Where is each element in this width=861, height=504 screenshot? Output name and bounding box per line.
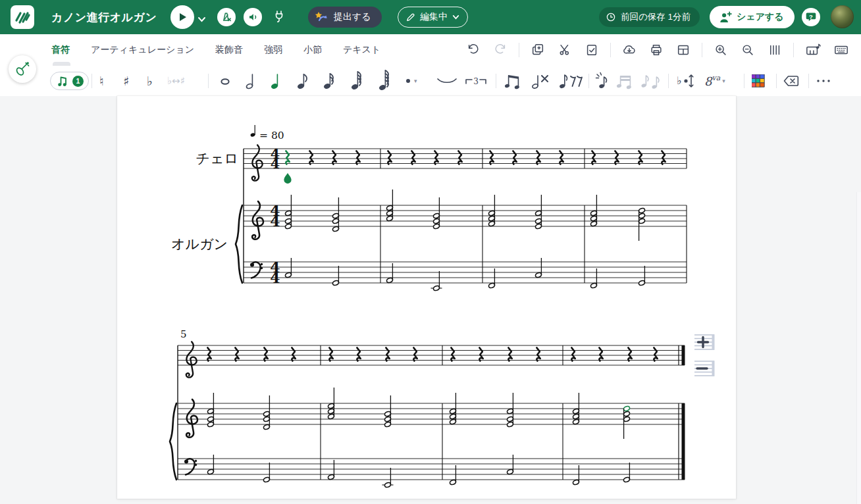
instrument-selector-button[interactable] [9,55,36,83]
playback-options-chevron-icon[interactable] [197,13,206,25]
tab-dynamics[interactable]: 強弱 [264,44,282,56]
tab-articulation[interactable]: アーティキュレーション [91,44,194,56]
note-input-toolbar: 1 ♮ ♯ ♭ ♭↔♯ ▾ 3 ♭ [0,66,861,97]
backspace-icon [783,74,800,88]
divider [208,74,209,88]
fit-width-button[interactable] [766,41,783,59]
divider [519,43,519,57]
sixtyfourth-note-button[interactable] [377,66,392,96]
paste-button[interactable] [583,41,600,59]
undo-button[interactable] [465,41,482,59]
svg-text:オルガン: オルガン [171,236,228,251]
tie-button[interactable] [436,66,457,96]
document-title[interactable]: カノン進行オルガン [51,0,157,34]
app-logo-icon[interactable] [11,5,34,29]
zoom-out-icon [741,43,755,57]
whole-note-button[interactable] [218,66,232,96]
playback-instruments-button[interactable] [804,41,822,59]
sixteenth-note-button[interactable] [322,66,336,96]
natural-button[interactable]: ♮ [99,66,104,96]
svg-text:5: 5 [180,328,187,340]
duplicate-button[interactable] [529,41,546,59]
flat-icon: ♭ [147,75,153,88]
score-scroll-area[interactable]: 444444チェロオルガン= 805 [0,96,861,504]
help-bubble-icon: ? [805,11,817,23]
pitch-shift-button[interactable]: ♭ [677,66,695,96]
score-page[interactable]: 444444チェロオルガン= 805 [117,96,736,499]
divider [744,74,744,88]
split-rests-button[interactable] [558,66,585,96]
beam-group-button[interactable] [615,66,635,96]
tab-measures[interactable]: 小節 [303,44,322,56]
download-button[interactable] [621,41,638,59]
more-options-button[interactable] [816,66,831,96]
natural-icon: ♮ [99,75,104,88]
remove-measure-button[interactable] [693,359,717,378]
octave-button[interactable]: 8 va ▾ [704,66,725,96]
color-palette-button[interactable] [752,66,765,96]
dot-button[interactable]: ▾ [404,66,417,96]
voice-selector[interactable]: 1 [50,72,89,90]
tab-text[interactable]: テキスト [343,44,380,56]
keyboard-icon [833,43,849,57]
sharp-button[interactable]: ♯ [123,66,129,96]
respell-button[interactable]: ♭↔♯ [167,66,185,96]
share-button[interactable]: シェアする [710,6,795,28]
cut-button[interactable] [556,41,573,59]
tab-ornaments[interactable]: 装飾音 [215,44,243,56]
layout-button[interactable] [675,41,692,59]
voices-icon [57,74,68,88]
redo-button[interactable] [492,41,509,59]
download-cloud-icon [622,43,637,57]
thirtysecond-note-button[interactable] [350,66,364,96]
user-avatar[interactable] [831,5,854,28]
tuplet-button[interactable]: 3 [465,66,487,96]
play-button[interactable] [170,5,194,29]
chevron-down-icon [452,14,459,20]
zoom-in-button[interactable] [712,41,729,59]
help-button[interactable]: ? [802,8,820,26]
tab-notes[interactable]: 音符 [51,44,70,56]
print-icon [649,43,664,57]
quarter-note-button[interactable] [269,66,282,96]
shortcuts-button[interactable] [832,41,850,59]
score-canvas[interactable]: 444444チェロオルガン= 805 [117,96,736,499]
flat-button[interactable]: ♭ [147,66,153,96]
quarter-note-icon [269,70,282,91]
beam-notes-button[interactable] [503,66,523,96]
submit-button[interactable]: 提出する [308,7,382,28]
edit-tabbar: 音符 アーティキュレーション 装飾音 強弱 小節 テキスト [0,34,861,66]
toggle-rest-button[interactable] [531,66,552,96]
flagged-notes-icon [640,71,664,91]
thirtysecond-note-icon [350,70,364,92]
half-note-icon [244,70,257,91]
grace-note-button[interactable] [594,66,612,96]
pitch-arrows-icon [683,73,695,89]
add-measure-button[interactable] [693,332,717,352]
pencil-icon [406,13,415,22]
midi-connect-button[interactable] [271,9,287,25]
respell-icon: ♭↔♯ [167,76,185,86]
zoom-out-button[interactable] [739,41,756,59]
backspace-button[interactable] [783,66,800,96]
svg-text:?: ? [809,13,813,20]
half-note-button[interactable] [244,66,257,96]
print-button[interactable] [648,41,665,59]
last-saved-status[interactable]: 前回の保存 1分前 [599,7,700,27]
unbeam-button[interactable] [640,66,664,96]
divider [808,74,809,88]
sixteenth-note-icon [322,70,336,91]
note-to-rest-icon [531,71,552,91]
undo-icon [466,43,481,57]
octave-caret-icon: ▾ [722,78,725,84]
speaker-icon [246,11,259,24]
eighth-note-button[interactable] [296,66,310,96]
volume-button[interactable] [244,8,262,26]
scrollbar[interactable] [856,192,861,504]
violin-icon [13,60,32,78]
dot-icon [404,77,412,85]
svg-text:4: 4 [270,269,280,286]
metronome-toggle-button[interactable] [217,8,236,26]
saved-label: 前回の保存 1分前 [621,11,691,23]
editing-status-button[interactable]: 編集中 [398,7,468,28]
